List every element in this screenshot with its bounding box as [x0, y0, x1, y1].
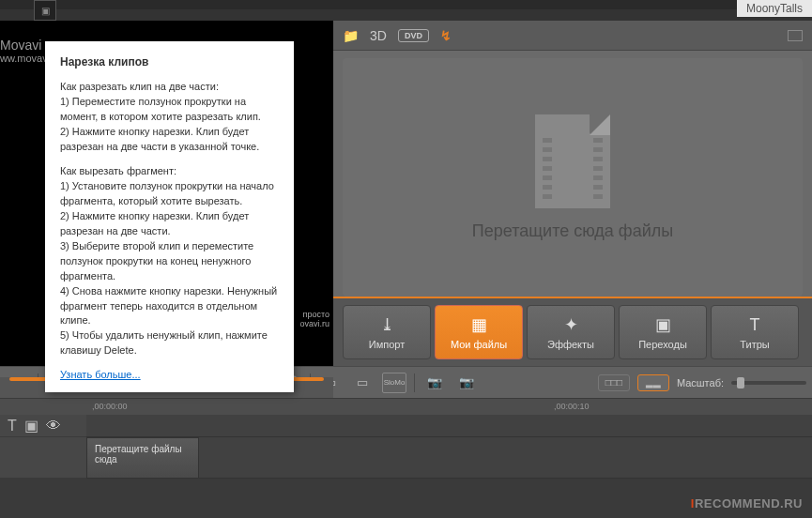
- timeline-ruler[interactable]: ,00:00:00 ,00:00:10: [0, 398, 812, 415]
- titles-icon: T: [750, 315, 760, 335]
- tooltip-p1: Как разрезать клип на две части: 1) Пере…: [60, 80, 279, 155]
- dvd-button[interactable]: DVD: [398, 29, 429, 42]
- thumb-icon: ▣: [34, 0, 56, 21]
- tab-my-files[interactable]: ▦Мои файлы: [435, 305, 523, 359]
- clip2-icon[interactable]: ▭: [350, 373, 375, 393]
- zoom-slider[interactable]: [731, 381, 806, 385]
- folder-icon[interactable]: 📁: [343, 28, 359, 43]
- three-d-icon[interactable]: 3D: [370, 28, 387, 43]
- learn-more-link[interactable]: Узнать больше...: [60, 369, 141, 380]
- zoom-mode-b[interactable]: ▂▂: [637, 374, 669, 391]
- zoom-mode-a[interactable]: □□□: [598, 374, 630, 391]
- placeholder-clip[interactable]: Перетащите файлы сюда: [86, 437, 199, 479]
- tab-transitions[interactable]: ▣Переходы: [619, 305, 707, 359]
- drop-zone-label: Перетащите сюда файлы: [472, 221, 673, 241]
- files-icon: ▦: [471, 314, 487, 335]
- timeline: T▣👁 ▣ Перетащите файлы сюда: [0, 415, 812, 479]
- view-mode-icon[interactable]: [788, 30, 803, 41]
- zoom-label: Масштаб:: [677, 377, 724, 388]
- watermark-top: MoonyTalls: [737, 0, 812, 17]
- cam1-icon[interactable]: 📷: [422, 373, 447, 393]
- preview-hint: просто ovavi.ru: [299, 310, 329, 328]
- drop-zone[interactable]: Перетащите сюда файлы: [343, 58, 803, 297]
- tooltip-title: Нарезка клипов: [60, 54, 279, 70]
- cam2-icon[interactable]: 📷: [454, 373, 479, 393]
- slomo-button[interactable]: SloMo: [382, 373, 406, 393]
- track-titles[interactable]: [86, 415, 812, 437]
- tooltip-p2: Как вырезать фрагмент: 1) Установите пол…: [60, 164, 279, 358]
- tab-titles[interactable]: TТитры: [711, 305, 799, 359]
- main-tabs: ⤓Импорт ▦Мои файлы ✦Эффекты ▣Переходы TТ…: [333, 297, 812, 366]
- tab-effects[interactable]: ✦Эффекты: [527, 305, 615, 359]
- track-head-video[interactable]: ▣: [0, 437, 86, 479]
- import-icon: ⤓: [380, 314, 394, 335]
- transitions-icon: ▣: [655, 314, 671, 335]
- track-head-titles[interactable]: T▣👁: [0, 415, 86, 437]
- media-toolbar: 📁 3D DVD ↯: [333, 21, 812, 51]
- help-tooltip: Нарезка клипов Как разрезать клип на две…: [45, 41, 294, 392]
- film-file-icon: [535, 114, 610, 208]
- eye-icon: 👁: [46, 418, 61, 434]
- loop-icon[interactable]: ↯: [440, 28, 452, 43]
- tab-import[interactable]: ⤓Импорт: [343, 305, 431, 359]
- camera-icon: ▣: [24, 417, 38, 434]
- text-icon: T: [8, 418, 17, 434]
- watermark-bottom: IRECOMMEND.RU: [691, 496, 803, 510]
- effects-icon: ✦: [564, 314, 578, 335]
